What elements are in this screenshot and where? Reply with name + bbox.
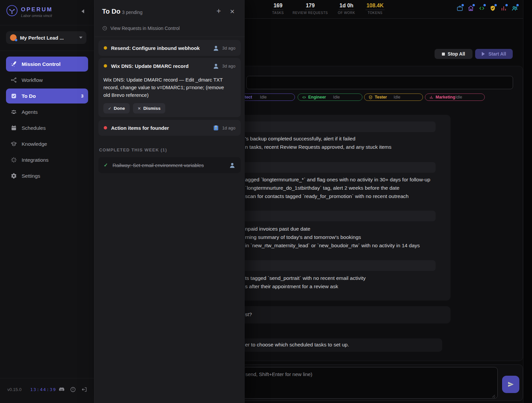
- completed-task-card[interactable]: ✓ Railway: Set email environment variabl…: [98, 157, 241, 173]
- agent-status: Idle: [394, 95, 400, 100]
- sidebar-item-label: Mission Control: [22, 61, 61, 67]
- discord-icon[interactable]: [59, 386, 65, 393]
- task-card-wix-dmarc[interactable]: Wix DNS: Update DMARC record 3d ago Wix …: [98, 58, 241, 117]
- sidebar-item-workflow[interactable]: Workflow: [6, 73, 88, 88]
- bar-chart-icon: [429, 95, 434, 100]
- notification-dot: [516, 4, 519, 6]
- right-edge-strip: [523, 0, 532, 403]
- task-description: Wix DNS: Update DMARC record — Edit _dma…: [98, 74, 230, 99]
- app-root: 169 TASKS 179 REVIEW REQUESTS 1d 0h OF W…: [0, 0, 532, 403]
- done-button[interactable]: ✓ Done: [103, 103, 130, 113]
- clock: 13:44:39: [30, 387, 57, 392]
- stop-all-button[interactable]: Stop All: [435, 49, 472, 59]
- gear-icon: [11, 173, 17, 179]
- chat-followup-box: st?: [234, 306, 451, 323]
- close-icon[interactable]: ✕: [230, 8, 235, 15]
- stat-review-requests-value: 179: [305, 3, 316, 10]
- stat-tasks: 169 TASKS: [272, 3, 284, 15]
- sidebar-nav: Mission Control Workflow To Do 3: [6, 57, 88, 184]
- start-all-button[interactable]: Start All: [475, 49, 513, 59]
- users-icon[interactable]: [511, 5, 518, 12]
- chevron-down-icon: [79, 37, 82, 40]
- sidebar-item-mission-control[interactable]: Mission Control: [6, 57, 88, 72]
- task-title: Action items for founder: [111, 125, 169, 131]
- sidebar-item-agents[interactable]: Agents: [6, 104, 88, 119]
- agent-name: Marketing: [429, 95, 455, 100]
- agent-status: Idle: [260, 95, 267, 100]
- brand-name: OPERUM: [21, 6, 53, 13]
- shield-check-icon[interactable]: [489, 5, 496, 12]
- send-icon: [507, 381, 514, 388]
- agent-name: Engineer: [302, 95, 326, 100]
- stat-tasks-label: TASKS: [272, 11, 284, 15]
- divider: [0, 25, 94, 25]
- agent-status: Idle: [456, 95, 462, 100]
- todo-pending-count: 3 pending: [122, 10, 143, 15]
- person-icon: [229, 162, 235, 168]
- stat-tokens-value: 108.4K: [366, 3, 384, 10]
- divider: [94, 37, 245, 37]
- done-label: Done: [114, 106, 125, 111]
- add-task-icon[interactable]: +: [216, 7, 221, 16]
- send-button[interactable]: [502, 376, 519, 393]
- notification-dot: [505, 4, 508, 6]
- section-header-bar: [238, 211, 436, 221]
- task-card-founder-actions[interactable]: Action items for founder 1d ago: [98, 120, 241, 136]
- task-input[interactable]: [246, 76, 513, 89]
- stop-icon: [442, 53, 445, 56]
- todo-panel-title: To Do: [102, 8, 120, 15]
- sidebar-collapse-icon[interactable]: [81, 9, 85, 14]
- brand-tagline: Labor omnia vincit: [21, 14, 52, 18]
- message-input[interactable]: [242, 367, 498, 399]
- logout-icon[interactable]: [81, 386, 87, 393]
- person-icon: [213, 63, 219, 69]
- sidebar-item-settings[interactable]: Settings: [6, 168, 88, 183]
- task-title: Resend: Configure inbound webhook: [111, 45, 200, 51]
- stat-tasks-value: 169: [273, 3, 283, 10]
- sidebar-item-label: To Do: [22, 93, 36, 99]
- agent-pill-engineer[interactable]: Engineer Idle: [298, 94, 362, 101]
- view-requests-label: View Requests in Mission Control: [110, 26, 180, 31]
- necktie-icon: [213, 125, 219, 131]
- urgent-dot: [104, 126, 107, 129]
- sidebar-item-integrations[interactable]: Integrations: [6, 152, 88, 167]
- agent-pill-marketing[interactable]: Marketing Idle: [425, 94, 485, 101]
- sidebar-item-knowledge[interactable]: Knowledge: [6, 136, 88, 151]
- chat-transcript-panel: 's backup completed successfully, alert …: [234, 115, 451, 301]
- notification-dot: [462, 4, 464, 6]
- check-icon: ✓: [104, 162, 108, 168]
- task-card-resend-webhook[interactable]: Resend: Configure inbound webhook 3d ago: [98, 40, 241, 56]
- briefcase-icon[interactable]: [457, 5, 463, 12]
- home-icon[interactable]: [467, 5, 474, 12]
- todo-panel: To Do 3 pending + ✕ View Requests in Mis…: [94, 0, 245, 403]
- calendar-icon: [11, 125, 17, 131]
- sidebar-item-todo[interactable]: To Do 3: [6, 89, 88, 103]
- stat-work-label: OF WORK: [338, 11, 355, 15]
- sidebar-item-schedules[interactable]: Schedules: [6, 120, 88, 135]
- view-requests-link[interactable]: View Requests in Mission Control: [102, 26, 180, 31]
- section-header-bar: [238, 121, 436, 132]
- dismiss-label: Dismiss: [143, 106, 161, 111]
- workflow-icon: [11, 77, 17, 83]
- chat-line: scan for contacts tagged `ready_for_prom…: [245, 193, 409, 199]
- divider: [0, 51, 94, 51]
- completed-section-header: COMPLETED THIS WEEK (1): [99, 147, 167, 152]
- task-age: 1d ago: [222, 125, 235, 130]
- check-icon: ✓: [108, 106, 111, 111]
- dismiss-button[interactable]: ✕ Dismiss: [133, 103, 165, 113]
- workspace-selector[interactable]: My Perfect Lead ...: [6, 31, 86, 44]
- operum-logo-icon: [6, 4, 18, 17]
- top-stats-bar: 169 TASKS 179 REVIEW REQUESTS 1d 0h OF W…: [244, 0, 523, 19]
- agent-pill-tester[interactable]: Tester Idle: [364, 94, 423, 101]
- code-icon[interactable]: [478, 5, 485, 12]
- chat-line: n tasks, recent Review Requests approved…: [245, 144, 391, 150]
- sidebar-item-label: Workflow: [22, 77, 43, 83]
- bar-chart-icon[interactable]: [500, 5, 507, 12]
- info-icon[interactable]: [70, 386, 76, 393]
- main-content: 169 TASKS 179 REVIEW REQUESTS 1d 0h OF W…: [244, 0, 532, 403]
- sidebar-item-label: Settings: [22, 173, 40, 179]
- code-icon: [302, 95, 306, 100]
- workspace-avatar: [10, 34, 17, 41]
- task-age: 3d ago: [222, 64, 235, 69]
- chat-line: 's backup completed successfully, alert …: [245, 136, 355, 142]
